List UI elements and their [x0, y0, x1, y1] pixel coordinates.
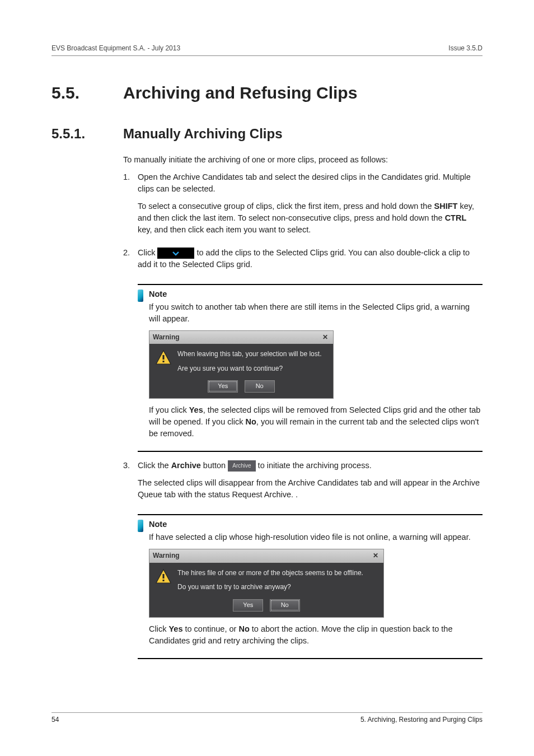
header-rule — [51, 55, 483, 56]
warning-dialog-1: Warning ✕ When leaving this tab, your se… — [149, 330, 334, 399]
svg-rect-1 — [163, 355, 165, 360]
step-3-number: 3. — [123, 460, 138, 506]
note-stripe-icon — [138, 520, 143, 532]
step-3-p2: The selected clips will disappear from t… — [138, 477, 483, 501]
no-button[interactable]: No — [245, 380, 275, 393]
dialog-1-title: Warning — [153, 333, 180, 342]
note-2-text: If have selected a clip whose high-resol… — [149, 531, 483, 543]
warning-icon — [155, 568, 172, 584]
page-footer: 54 5. Archiving, Restoring and Purging C… — [51, 712, 483, 725]
svg-rect-4 — [163, 574, 165, 578]
note-1-after: If you click Yes, the selected clips wil… — [149, 404, 483, 440]
dialog-2-title: Warning — [153, 551, 180, 561]
dialog-1-line2: Are you sure you want to continue? — [177, 364, 321, 374]
dialog-2-line1: The hires file of one or more of the obj… — [177, 568, 363, 578]
note-2-title: Note — [149, 519, 483, 530]
dialog-1-line1: When leaving this tab, your selection wi… — [177, 349, 321, 359]
footer-rule — [51, 712, 483, 713]
svg-rect-2 — [163, 361, 165, 362]
subsection-title: Manually Archiving Clips — [123, 124, 283, 144]
note-1-text: If you switch to another tab when there … — [149, 301, 483, 325]
step-1-p1: Open the Archive Candidates tab and sele… — [138, 171, 483, 195]
add-down-icon — [157, 248, 194, 259]
no-button[interactable]: No — [270, 599, 300, 612]
yes-button[interactable]: Yes — [233, 599, 263, 612]
step-1: 1. Open the Archive Candidates tab and s… — [123, 171, 483, 241]
section-heading: 5.5. Archiving and Refusing Clips — [51, 81, 483, 105]
subsection-heading: 5.5.1. Manually Archiving Clips — [51, 124, 483, 144]
archive-button-icon: Archive — [228, 460, 255, 472]
step-1-number: 1. — [123, 171, 138, 241]
footer-chapter: 5. Archiving, Restoring and Purging Clip… — [360, 715, 483, 725]
dialog-2-line2: Do you want to try to archive anyway? — [177, 582, 363, 592]
step-2-number: 2. — [123, 247, 138, 276]
note-box-2: Note If have selected a clip whose high-… — [138, 514, 483, 659]
section-number: 5.5. — [51, 81, 123, 105]
close-icon[interactable]: ✕ — [371, 552, 380, 561]
step-3: 3. Click the Archive button Archive to i… — [123, 460, 483, 506]
svg-rect-5 — [163, 580, 165, 581]
step-3-p1: Click the Archive button Archive to init… — [138, 460, 483, 472]
note-box-1: Note If you switch to another tab when t… — [138, 284, 483, 452]
note-stripe-icon — [138, 290, 143, 302]
warning-dialog-2: Warning ✕ The hires file of one or more … — [149, 549, 384, 617]
step-1-p2: To select a consecutive group of clips, … — [138, 200, 483, 236]
note-1-title: Note — [149, 288, 483, 300]
header-left: EVS Broadcast Equipment S.A. - July 2013 — [51, 44, 180, 53]
warning-icon — [155, 349, 172, 365]
step-2: 2. Click to add the clips to the Selecte… — [123, 247, 483, 276]
close-icon[interactable]: ✕ — [321, 333, 330, 342]
section-title: Archiving and Refusing Clips — [123, 81, 357, 105]
yes-button[interactable]: Yes — [208, 380, 238, 393]
header-right: Issue 3.5.D — [448, 44, 483, 53]
step-2-p: Click to add the clips to the Selected C… — [138, 247, 483, 270]
subsection-number: 5.5.1. — [51, 124, 123, 144]
intro-text: To manually initiate the archiving of on… — [123, 154, 483, 166]
page-number: 54 — [51, 715, 59, 725]
note-2-after: Click Yes to continue, or No to abort th… — [149, 623, 483, 647]
